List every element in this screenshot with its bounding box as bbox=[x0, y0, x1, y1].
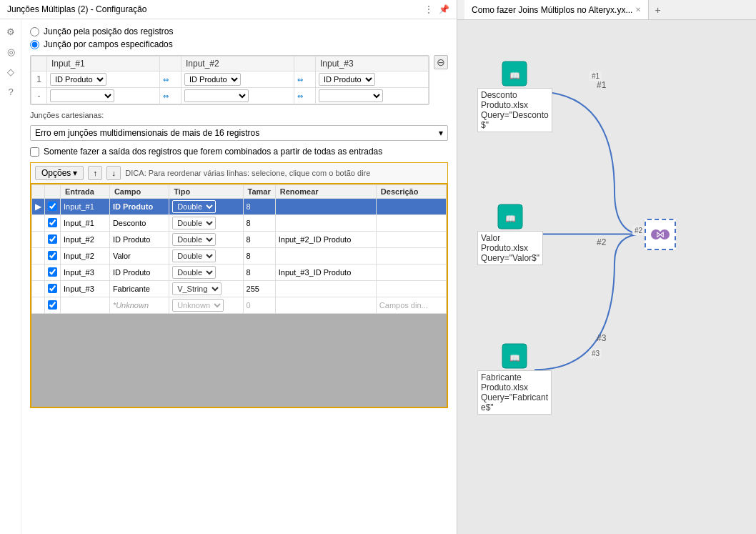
row-entrada: Input_#1 bbox=[61, 199, 110, 215]
row-renomear[interactable]: Input_#3_ID Produto bbox=[275, 264, 376, 281]
col-entrada-header: Entrada bbox=[61, 185, 110, 199]
row-renomear[interactable] bbox=[275, 297, 376, 314]
cartesian-label: Junções cartesianas: bbox=[30, 111, 448, 119]
move-up-button[interactable]: ↑ bbox=[88, 166, 102, 180]
tab-label: Como fazer Joins Múltiplos no Alteryx.yx… bbox=[472, 5, 632, 15]
join-cell-input1-1: ID Produto bbox=[47, 71, 160, 88]
arrow-left-right-3: ⇔ bbox=[163, 92, 178, 100]
row-arrow-cell bbox=[32, 248, 45, 264]
join-col-input1: Input_#1 bbox=[47, 56, 160, 71]
join-select-input1-2[interactable] bbox=[50, 89, 114, 102]
row-descricao bbox=[376, 215, 446, 232]
row-tamanho: 255 bbox=[243, 281, 275, 297]
node-fabricante[interactable]: 📖 Fabricante Produto.xlsx Query="Fabrica… bbox=[477, 342, 552, 415]
row-tamanho: 8 bbox=[243, 264, 275, 281]
row-tamanho: 8 bbox=[243, 215, 275, 232]
row-tipo-select[interactable]: Double bbox=[172, 200, 216, 213]
cartesian-dropdown[interactable]: Erro em junções multidimensionais de mai… bbox=[30, 125, 448, 141]
row-checkbox[interactable] bbox=[48, 202, 57, 211]
row-renomear[interactable] bbox=[275, 281, 376, 297]
row-tipo-select[interactable]: Double bbox=[172, 266, 216, 279]
tab-add-button[interactable]: + bbox=[649, 1, 666, 19]
row-campo: Desconto bbox=[109, 215, 169, 232]
checkbox-label: Somente fazer a saída dos registros que … bbox=[44, 147, 382, 157]
row-renomear[interactable] bbox=[275, 215, 376, 232]
options-toolbar: Opções ▾ ↑ ↓ DICA: Para reordenar várias… bbox=[30, 162, 448, 183]
table-row: Input_#3 Fabricante V_String 255 bbox=[32, 281, 447, 297]
node-valor[interactable]: 📖 Valor Produto.xlsx Query="Valor$" bbox=[477, 202, 543, 265]
target-icon[interactable]: ◎ bbox=[3, 44, 19, 59]
badge-2: #2 bbox=[632, 226, 645, 235]
row-tipo-select[interactable]: Double bbox=[172, 217, 216, 229]
left-panel: Junções Múltiplas (2) - Configuração ⋮ 📌… bbox=[0, 0, 457, 534]
join-select-input3-2[interactable] bbox=[319, 89, 383, 102]
col-campo-header: Campo bbox=[109, 185, 169, 199]
row-renomear[interactable] bbox=[275, 199, 376, 215]
row-descricao bbox=[376, 281, 446, 297]
tag-icon[interactable]: ◇ bbox=[3, 64, 19, 79]
remove-row-button[interactable]: ⊖ bbox=[434, 55, 448, 69]
row-tipo-select[interactable]: V_String bbox=[172, 282, 222, 295]
join-select-input3-1[interactable]: ID Produto bbox=[319, 73, 375, 86]
join-cell-input2-2 bbox=[181, 88, 294, 104]
more-icon[interactable]: ⋮ bbox=[424, 4, 433, 14]
join-arrows-4: ⇔ bbox=[294, 88, 316, 104]
right-header: Como fazer Joins Múltiplos no Alteryx.yx… bbox=[457, 0, 756, 20]
row-tipo-select[interactable]: Double bbox=[172, 233, 216, 246]
join-select-input2-2[interactable] bbox=[184, 89, 249, 102]
radio-option2[interactable]: Junção por campos especificados bbox=[30, 39, 448, 49]
row-tipo-cell: Double bbox=[169, 264, 243, 281]
row-checkbox[interactable] bbox=[48, 267, 57, 277]
row-tipo-select[interactable]: Unknown bbox=[172, 299, 224, 312]
row-arrow-cell bbox=[32, 281, 45, 297]
join-cell-input2-1: ID Produto bbox=[181, 71, 294, 88]
tab-close-icon[interactable]: ✕ bbox=[635, 6, 641, 14]
empty-grid-area bbox=[31, 314, 447, 407]
radio-input-option2[interactable] bbox=[30, 40, 39, 49]
options-chevron: ▾ bbox=[73, 168, 77, 178]
options-button[interactable]: Opções ▾ bbox=[35, 166, 84, 180]
join-cell-input1-2 bbox=[47, 88, 160, 104]
config-area: Junção pela posição dos registros Junção… bbox=[21, 19, 457, 534]
row-check-cell bbox=[45, 297, 61, 314]
data-grid: Entrada Campo Tipo Tamar Renomear Descri… bbox=[31, 184, 447, 314]
radio-option1[interactable]: Junção pela posição dos registros bbox=[30, 26, 448, 36]
row-descricao bbox=[376, 264, 446, 281]
join-select-input1-1[interactable]: ID Produto bbox=[50, 73, 106, 86]
dropdown-chevron: ▾ bbox=[439, 128, 443, 138]
row-check-cell bbox=[45, 199, 61, 215]
panel-title-main: Junções Múltiplas (2) bbox=[7, 4, 88, 14]
canvas-area[interactable]: #1 #2 #3 📖 Desconto Produto.xlsx Query="… bbox=[457, 20, 756, 534]
radio-input-option1[interactable] bbox=[30, 27, 39, 36]
settings-icon[interactable]: ⚙ bbox=[3, 24, 19, 39]
row-checkbox[interactable] bbox=[48, 284, 57, 293]
node-desconto[interactable]: 📖 Desconto Produto.xlsx Query="Desconto … bbox=[477, 59, 552, 132]
row-checkbox[interactable] bbox=[48, 234, 57, 244]
row-checkbox[interactable] bbox=[48, 300, 57, 310]
join-row-1: 1 ID Produto ⇔ bbox=[31, 71, 429, 88]
move-down-button[interactable]: ↓ bbox=[106, 166, 121, 180]
join-arrows-3: ⇔ bbox=[160, 88, 181, 104]
join-row-num-1: 1 bbox=[31, 71, 47, 88]
tab-item[interactable]: Como fazer Joins Múltiplos no Alteryx.yx… bbox=[464, 0, 649, 19]
combined-checkbox[interactable] bbox=[30, 147, 39, 157]
row-entrada: Input_#2 bbox=[61, 232, 110, 248]
join-node[interactable]: ⋈ bbox=[645, 219, 676, 250]
badge-3: #3 bbox=[590, 349, 602, 358]
row-arrow-cell bbox=[32, 232, 45, 248]
row-renomear[interactable]: Input_#2_ID Produto bbox=[275, 232, 376, 248]
row-checkbox[interactable] bbox=[48, 251, 57, 260]
options-toolbar-wrapper: Opções ▾ ↑ ↓ DICA: Para reordenar várias… bbox=[30, 162, 448, 408]
pin-icon[interactable]: 📌 bbox=[439, 4, 449, 14]
node-desconto-icon: 📖 bbox=[500, 59, 529, 88]
row-renomear[interactable] bbox=[275, 248, 376, 264]
help-icon[interactable]: ? bbox=[3, 84, 19, 99]
join-select-input2-1[interactable]: ID Produto bbox=[184, 73, 241, 86]
row-entrada: Input_#1 bbox=[61, 215, 110, 232]
row-checkbox[interactable] bbox=[48, 218, 57, 227]
header-icons: ⋮ 📌 bbox=[424, 4, 449, 14]
svg-text:📖: 📖 bbox=[509, 352, 519, 363]
row-tipo-select[interactable]: Double bbox=[172, 249, 216, 262]
row-campo: ID Produto bbox=[109, 264, 169, 281]
col-check-header bbox=[45, 185, 61, 199]
